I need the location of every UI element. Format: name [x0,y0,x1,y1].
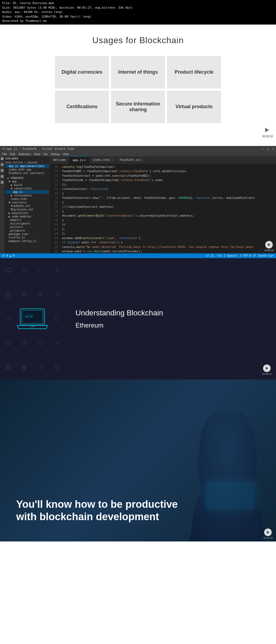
menu-selection[interactable]: Selection [19,152,31,156]
code-line-41: document.getElementById("contractAddress… [62,214,276,218]
bg-icon-1 [0,258,16,282]
menu-file[interactable]: File [2,152,7,156]
code-line-35: createContract: function() [62,187,276,192]
bg-icon-19 [32,355,49,380]
tab-welcome[interactable]: Welcome [50,156,69,164]
play-button-productive[interactable] [264,529,272,536]
explorer-contracts-folder[interactable]: ▼ contracts [5,201,49,204]
explorer-migrations-sol[interactable]: Migrations.sol [5,208,49,211]
explorer-babelrc[interactable]: .babelrc [5,218,49,222]
explorer-eslintignore[interactable]: .eslintignore [5,222,49,225]
menu-view[interactable]: View [34,152,40,156]
explorer-gitignore[interactable]: .gitignore [5,229,49,232]
vscode-menubar: File Edit Selection View Go Debug Help [0,152,276,156]
explorer-packagejson[interactable]: package.json [5,232,49,236]
explorer-appjs-file[interactable]: app.js [5,190,49,194]
svg-rect-8 [55,316,58,321]
vscode-play-overlay: 00:00:18 [264,241,274,252]
menu-help[interactable]: Help [63,152,69,156]
tab-foodsafesol[interactable]: FoodSafe.sol ✕ [116,156,147,164]
play-button-1[interactable] [262,126,271,134]
bg-icon-3 [32,258,49,282]
tab-indexhtml[interactable]: index.html ✕ [89,156,117,164]
code-content: console.log(foodSafeCompiled); foodSafeA… [60,164,276,253]
card-certifications: Certifications [55,91,109,123]
explorer-javascripts-folder[interactable]: ▼ javascripts [5,187,49,190]
play-button-vscode[interactable] [265,241,273,248]
bg-icon-4 [49,258,65,282]
productive-text-block: You'll know how to be productive with bl… [16,498,178,525]
explorer-indexhtml[interactable]: index.html app [5,168,49,171]
menu-go[interactable]: Go [44,152,48,156]
code-line-50: window.web3 = new Web3(web3.currentProvi… [62,249,276,253]
statusbar-position: Ln 21, Col 1 Spaces: 2 UTF-8 LF JavaScri… [206,254,274,257]
explorer-title: EXPLORER [5,157,49,160]
code-line-36: { [62,192,276,196]
explorer-nodemodules-folder[interactable]: ▶ node_modules [5,215,49,218]
bg-icon-9: CSS [0,307,16,331]
productive-title: You'll know how to be productive with bl… [16,498,178,523]
code-line-48: if (typeof web3 !== 'undefined') { [62,240,276,245]
explorer-webpackconfigjs[interactable]: webpack.config.js [5,239,49,243]
svg-point-5 [7,294,9,295]
bg-icon-20 [49,355,65,380]
debug-icon[interactable] [1,175,4,178]
card-virtual-products: Virtual products [167,91,221,123]
play-icon-productive [267,531,270,534]
tab-close-foodsafesol[interactable]: ✕ [142,159,144,161]
code-line-38: { [62,200,276,205]
bg-icon-5 [0,282,16,307]
vscode-explorer-panel: EXPLORER OPEN EDITORS 1 UNSAVED app.js a… [4,156,50,253]
explorer-trufflejs[interactable]: truffle.js [5,236,49,239]
bg-icon-7 [32,282,49,307]
bg-icon-2: JPG [16,258,32,282]
svg-marker-6 [39,292,43,297]
file-info-line4: Video: h264, yuv420p, 1280x720, 30.00 fp… [2,15,274,19]
file-info-header: File: 01. Course Overview.mp4 Size: 3652… [0,0,276,25]
play-icon-vscode [268,243,271,246]
explorer-foodsafesol[interactable]: FoodSafe.sol contracts [5,171,49,175]
explorer-app-folder[interactable]: ▼ app [5,180,49,183]
blockchain-usages-section: Usages for Blockchain Digital currencies… [0,25,276,146]
bg-icon-15 [32,331,49,355]
svg-rect-4 [6,292,11,297]
bg-icon-16: EXE [49,331,65,355]
code-line-44: }, [62,227,276,232]
tab-close-appjs[interactable]: ● [84,159,86,161]
bg-icon-8 [49,282,65,307]
play-icon-understanding [266,367,268,370]
vscode-activity-bar [0,156,4,253]
card-product-lifecycle: Product lifecycle [167,56,221,88]
tab-close-indexhtml[interactable]: ✕ [112,159,113,161]
extensions-icon[interactable] [1,181,4,184]
code-area: 2829303132 3334353637 3839404142 4344454… [50,164,276,253]
play-button-understanding[interactable] [263,364,271,372]
menu-debug[interactable]: Debug [51,152,59,156]
explorer-icon[interactable] [1,157,4,160]
bg-icon-13 [0,331,16,355]
explorer-appjs[interactable]: app.js app/javascripts [5,164,49,168]
explorer-build-folder[interactable]: ▶ build [5,183,49,187]
vscode-statusbar: ⓪ 0 ▲ 0 Ln 21, Col 1 Spaces: 2 UTF-8 LF … [0,253,276,258]
vscode-titlebar: VS app.js - FoodSafe - Visual Studio Cod… [0,146,276,152]
line-numbers: 2829303132 3334353637 3839404142 4344454… [50,164,60,253]
search-sidebar-icon[interactable] [1,163,4,166]
code-line-40: { [62,209,276,214]
tab-appjs[interactable]: app.js ● [69,156,89,164]
git-icon[interactable] [1,169,4,172]
foodsafe-folder[interactable]: ▶ FOODSAFE [5,176,49,180]
bg-icon-17 [0,355,16,380]
explorer-index-file[interactable]: index.html [5,197,49,201]
code-line-37: foodSafeContract.new("", {from:account, … [62,196,276,200]
timestamp-1: 00:00:18 [262,135,273,138]
understanding-play-overlay: 00:00:52 [262,364,272,375]
explorer-migrations-folder[interactable]: ▶ migrations [5,211,49,215]
file-info-line5: Generated by Thumbnail.me [2,19,274,23]
vscode-section: VS app.js - FoodSafe - Visual Studio Cod… [0,146,276,258]
code-line-39: if(!deployedContract.address) [62,205,276,209]
explorer-eslintrc[interactable]: .eslintrc [5,225,49,229]
vscode-title: app.js - FoodSafe - Visual Studio Code [6,147,74,151]
explorer-foodsafe-sol[interactable]: FoodSafe.sol [5,204,49,208]
menu-edit[interactable]: Edit [10,152,15,156]
explorer-stylesheets-folder[interactable]: ▶ stylesheets [5,194,49,197]
